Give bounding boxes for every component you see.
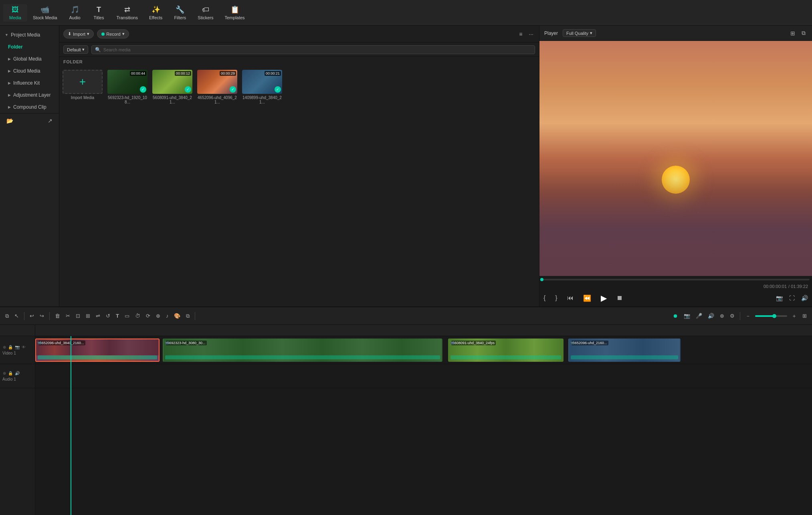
step-back-button[interactable]: ⏪ bbox=[582, 293, 593, 304]
toolbar-titles[interactable]: T Titles bbox=[87, 4, 111, 22]
tl-add-track-btn[interactable]: ⊕ bbox=[718, 311, 726, 320]
tl-frame-btn[interactable]: ▭ bbox=[123, 311, 131, 320]
tl-redo-btn[interactable]: ↪ bbox=[38, 311, 46, 320]
mark-out-button[interactable]: } bbox=[553, 293, 559, 303]
tl-timer-btn[interactable]: ⏱ bbox=[133, 311, 142, 320]
tl-delete-btn[interactable]: 🗑 bbox=[53, 311, 62, 320]
sidebar-item-influence-kit[interactable]: ▶ Influence Kit bbox=[0, 77, 59, 89]
toolbar-templates[interactable]: 📋 Templates bbox=[219, 4, 250, 22]
clouds-overlay bbox=[539, 170, 812, 276]
play-button[interactable]: ▶ bbox=[599, 292, 608, 304]
clip-c3-audio-bar bbox=[450, 355, 561, 359]
record-button[interactable]: Record ▾ bbox=[97, 29, 129, 39]
media-toolbar: ⬇ Import ▾ Record ▾ ≡ ··· bbox=[59, 26, 539, 43]
tl-pip-btn[interactable]: ⧉ bbox=[184, 311, 192, 321]
clip-block-c1[interactable]: 4652096-uhd_3840_2160... 📹 bbox=[35, 339, 160, 362]
fullscreen-button[interactable]: ⛶ bbox=[788, 294, 796, 302]
tl-reverse-btn[interactable]: ↺ bbox=[104, 311, 112, 320]
tl-stabilize-btn[interactable]: ⊕ bbox=[154, 311, 162, 320]
tl-speed-btn[interactable]: ⟳ bbox=[144, 311, 152, 320]
preview-progress-bar-container[interactable] bbox=[539, 276, 812, 283]
tl-camera-btn[interactable]: 📷 bbox=[682, 311, 692, 320]
media-thumb-vid2: 00:00:12 ✓ bbox=[152, 70, 192, 94]
sidebar-export-btn[interactable]: ↗ bbox=[46, 117, 54, 125]
import-button[interactable]: ⬇ Import ▾ bbox=[63, 29, 94, 39]
tl-crop-btn[interactable]: ⊡ bbox=[74, 311, 82, 320]
track-audio1-add-btn[interactable]: ⊕ bbox=[2, 371, 6, 376]
sidebar-item-global-media[interactable]: ▶ Global Media bbox=[0, 53, 59, 65]
toolbar-templates-label: Templates bbox=[224, 15, 244, 20]
tl-grid-btn[interactable]: ⊞ bbox=[800, 311, 809, 320]
toolbar-stock-media[interactable]: 📹 Stock Media bbox=[27, 4, 63, 22]
main-layout: ▼ Project Media Folder ▶ Global Media ▶ … bbox=[0, 26, 812, 306]
track-video1-lock-btn[interactable]: 🔒 bbox=[8, 345, 13, 350]
stop-button[interactable]: ⏹ bbox=[615, 293, 624, 303]
tl-audio-btn[interactable]: ♪ bbox=[164, 311, 171, 320]
tl-settings-btn[interactable]: ⚙ bbox=[728, 311, 737, 320]
tl-text-btn[interactable]: T bbox=[114, 311, 121, 320]
sidebar-item-adjustment-layer[interactable]: ▶ Adjustment Layer bbox=[0, 89, 59, 101]
volume-button[interactable]: 🔊 bbox=[800, 294, 810, 302]
tl-select-btn[interactable]: ↖ bbox=[12, 311, 21, 320]
media-thumb-vid4: 00:00:21 ✓ bbox=[242, 70, 282, 94]
toolbar-effects[interactable]: ✨ Effects bbox=[143, 4, 168, 22]
toolbar-stickers[interactable]: 🏷 Stickers bbox=[192, 4, 219, 22]
timeline-main: 00:0000:04:2500:09:2000:14:1500:19:1000:… bbox=[35, 325, 812, 515]
progress-dot bbox=[540, 278, 543, 281]
rewind-button[interactable]: ⏮ bbox=[566, 293, 575, 303]
toolbar-audio[interactable]: 🎵 Audio bbox=[63, 4, 87, 22]
sidebar-adjustment-label: Adjustment Layer bbox=[13, 92, 50, 98]
transitions-icon: ⇄ bbox=[124, 5, 130, 14]
quality-selector[interactable]: Full Quality ▾ bbox=[563, 29, 596, 37]
default-filter-button[interactable]: Default ▾ bbox=[63, 45, 88, 54]
media-item-vid1[interactable]: 00:00:44 ✓ 5692323-hd_1920_108... bbox=[107, 70, 147, 104]
sidebar-item-folder[interactable]: Folder bbox=[0, 41, 59, 53]
tl-mic-btn[interactable]: 🎤 bbox=[694, 311, 704, 320]
tl-cut-btn[interactable]: ✂ bbox=[64, 311, 72, 320]
preview-pip-btn[interactable]: ⧉ bbox=[800, 29, 807, 37]
track-video1-eye-btn[interactable]: 👁 bbox=[21, 345, 26, 350]
tl-transform-btn[interactable]: ⊞ bbox=[84, 311, 92, 320]
toolbar-transitions[interactable]: ⇄ Transitions bbox=[111, 4, 143, 22]
clip-block-c2[interactable]: 5692323-hd_3080_30... 📹 bbox=[163, 339, 442, 362]
zoom-out-btn[interactable]: － bbox=[743, 311, 753, 321]
sidebar-item-cloud-media[interactable]: ▶ Cloud Media bbox=[0, 65, 59, 77]
media-label-vid3: 4652096-uhd_4096_21... bbox=[197, 95, 237, 104]
clip-block-c3[interactable]: 5608091-uhd_3840_24fps 📹 bbox=[448, 339, 564, 362]
snapshot-button[interactable]: 📷 bbox=[774, 294, 784, 302]
mark-in-button[interactable]: { bbox=[542, 293, 547, 303]
clip-block-c4[interactable]: 4652096-uhd_2160... 📹 bbox=[568, 339, 681, 362]
preview-time: 00:00:00:01 / 01:39:22 bbox=[539, 283, 812, 290]
media-item-vid4[interactable]: 00:00:21 ✓ 1409899-uhd_3840_21... bbox=[242, 70, 282, 104]
tl-record-btn[interactable]: ⏺ bbox=[671, 311, 680, 320]
media-item-vid3[interactable]: 00:00:29 ✓ 4652096-uhd_4096_21... bbox=[197, 70, 237, 104]
track-video1-label: Video 1 bbox=[2, 351, 32, 355]
media-item-vid2[interactable]: 00:00:12 ✓ 5608091-uhd_3840_21... bbox=[152, 70, 192, 104]
track-video1-add-btn[interactable]: ⊕ bbox=[2, 345, 6, 350]
track-video1-camera-btn[interactable]: 📷 bbox=[14, 345, 20, 350]
search-input[interactable] bbox=[103, 47, 531, 52]
more-options-button[interactable]: ··· bbox=[527, 30, 535, 38]
tl-undo-btn[interactable]: ↩ bbox=[28, 311, 36, 320]
track-audio1-lock-btn[interactable]: 🔒 bbox=[8, 371, 13, 376]
duration-badge-vid4: 00:00:21 bbox=[265, 71, 281, 76]
toolbar-filters[interactable]: 🔧 Filters bbox=[168, 4, 192, 22]
tl-color-btn[interactable]: 🎨 bbox=[172, 311, 182, 320]
import-label: Import bbox=[73, 32, 85, 36]
sidebar-folder-btn[interactable]: 📂 bbox=[5, 117, 15, 125]
tl-flip-btn[interactable]: ⇌ bbox=[94, 311, 102, 320]
zoom-in-btn[interactable]: ＋ bbox=[790, 311, 799, 321]
track-audio1-speaker-btn[interactable]: 🔊 bbox=[14, 371, 20, 376]
preview-grid-btn[interactable]: ⊞ bbox=[789, 29, 797, 37]
import-media-item[interactable]: + Import Media bbox=[63, 70, 103, 104]
tl-speaker-btn[interactable]: 🔊 bbox=[706, 311, 716, 320]
filter-button[interactable]: ≡ bbox=[517, 30, 524, 38]
toolbar-media[interactable]: 🖼 Media bbox=[3, 4, 27, 22]
sidebar-item-project-media[interactable]: ▼ Project Media bbox=[0, 29, 59, 41]
progress-bar[interactable] bbox=[542, 279, 810, 280]
tl-split-btn[interactable]: ⧉ bbox=[3, 311, 11, 321]
timeline-content: ⊕ 🔒 📷 👁 Video 1 ⊕ 🔒 🔊 Audio 1 bbox=[0, 325, 812, 515]
sidebar-item-compound-clip[interactable]: ▶ Compound Clip bbox=[0, 101, 59, 113]
zoom-slider[interactable] bbox=[755, 315, 787, 317]
sidebar-bottom: 📂 ↗ bbox=[0, 113, 59, 128]
